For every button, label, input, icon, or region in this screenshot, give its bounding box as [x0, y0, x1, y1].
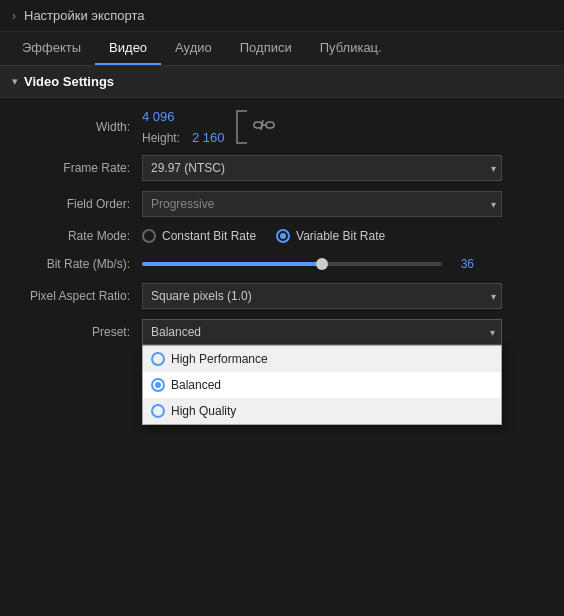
pixel-aspect-row: Pixel Aspect Ratio: Square pixels (1.0) …	[0, 278, 564, 314]
pixel-aspect-dropdown-wrapper[interactable]: Square pixels (1.0) D1/DV NTSC (0.9091) …	[142, 283, 502, 309]
bit-rate-value: 36	[450, 257, 474, 271]
form-area: Width: 4 096 Height: 2 160	[0, 98, 564, 356]
tab-effects[interactable]: Эффекты	[8, 32, 95, 65]
frame-rate-select[interactable]: 29.97 (NTSC) 23.976 (Film) 24 25 (PAL) 3…	[142, 155, 502, 181]
width-row: 4 096	[142, 109, 225, 124]
preset-label: Preset:	[12, 325, 142, 339]
breadcrumb-bar: › Настройки экспорта	[0, 0, 564, 32]
tab-video[interactable]: Видео	[95, 32, 161, 65]
frame-rate-row: Frame Rate: 29.97 (NTSC) 23.976 (Film) 2…	[0, 150, 564, 186]
frame-rate-dropdown-wrapper[interactable]: 29.97 (NTSC) 23.976 (Film) 24 25 (PAL) 3…	[142, 155, 502, 181]
bit-rate-slider-track[interactable]	[142, 262, 442, 266]
width-label: Width:	[12, 120, 142, 134]
tabs-bar: Эффекты Видео Аудио Подписи Публикац.	[0, 32, 564, 66]
high-quality-radio-dot	[151, 404, 165, 418]
rate-mode-label: Rate Mode:	[12, 229, 142, 243]
frame-rate-label: Frame Rate:	[12, 161, 142, 175]
cbr-label: Constant Bit Rate	[162, 229, 256, 243]
link-bracket[interactable]	[233, 109, 275, 145]
pixel-aspect-select[interactable]: Square pixels (1.0) D1/DV NTSC (0.9091) …	[142, 283, 502, 309]
section-title: Video Settings	[24, 74, 114, 89]
balanced-label: Balanced	[171, 378, 221, 392]
height-value[interactable]: 2 160	[192, 130, 225, 145]
field-order-row: Field Order: Progressive Upper Field Fir…	[0, 186, 564, 222]
preset-option-balanced[interactable]: Balanced	[143, 372, 501, 398]
cbr-radio-option[interactable]: Constant Bit Rate	[142, 229, 256, 243]
bit-rate-label: Bit Rate (Mb/s):	[12, 257, 142, 271]
bracket-svg	[233, 109, 249, 145]
bit-rate-slider-row: 36	[142, 257, 552, 271]
preset-row: Preset: Balanced ▾ High Performance Bala…	[0, 314, 564, 350]
field-order-select[interactable]: Progressive Upper Field First Lower Fiel…	[142, 191, 502, 217]
preset-option-high-quality[interactable]: High Quality	[143, 398, 501, 424]
section-toggle-icon[interactable]: ▾	[12, 75, 18, 88]
preset-option-high-performance[interactable]: High Performance	[143, 346, 501, 372]
bit-rate-slider-thumb[interactable]	[316, 258, 328, 270]
tab-audio[interactable]: Аудио	[161, 32, 226, 65]
svg-rect-1	[266, 122, 274, 128]
height-label: Height:	[142, 131, 192, 145]
rate-mode-row: Rate Mode: Constant Bit Rate Variable Bi…	[0, 222, 564, 250]
balanced-radio-dot	[151, 378, 165, 392]
bit-rate-row: Bit Rate (Mb/s): 36	[0, 250, 564, 278]
tab-subtitles[interactable]: Подписи	[226, 32, 306, 65]
vbr-label: Variable Bit Rate	[296, 229, 385, 243]
height-row: Height: 2 160	[142, 130, 225, 145]
rate-mode-radio-group: Constant Bit Rate Variable Bit Rate	[142, 229, 552, 243]
svg-rect-0	[254, 122, 262, 128]
breadcrumb-title: Настройки экспорта	[24, 8, 145, 23]
high-performance-radio-dot	[151, 352, 165, 366]
svg-line-3	[261, 120, 263, 130]
cbr-radio-circle	[142, 229, 156, 243]
preset-dropdown-open: High Performance Balanced High Quality	[142, 345, 502, 425]
preset-display-value: Balanced	[151, 325, 201, 339]
vbr-radio-circle	[276, 229, 290, 243]
high-quality-label: High Quality	[171, 404, 236, 418]
video-settings-section[interactable]: ▾ Video Settings	[0, 66, 564, 98]
vbr-radio-option[interactable]: Variable Bit Rate	[276, 229, 385, 243]
width-height-row: Width: 4 096 Height: 2 160	[0, 104, 564, 150]
field-order-label: Field Order:	[12, 197, 142, 211]
preset-display[interactable]: Balanced ▾	[142, 319, 502, 345]
tab-publish[interactable]: Публикац.	[306, 32, 396, 65]
bit-rate-slider-fill	[142, 262, 322, 266]
preset-chevron-icon: ▾	[490, 327, 495, 338]
field-order-dropdown-wrapper[interactable]: Progressive Upper Field First Lower Fiel…	[142, 191, 502, 217]
high-performance-label: High Performance	[171, 352, 268, 366]
wh-block: 4 096 Height: 2 160	[142, 109, 225, 145]
chain-icon	[253, 117, 275, 133]
width-value[interactable]: 4 096	[142, 109, 175, 124]
preset-dropdown-wrapper[interactable]: Balanced ▾ High Performance Balanced Hig…	[142, 319, 502, 345]
breadcrumb-back-icon[interactable]: ›	[12, 9, 16, 23]
pixel-aspect-label: Pixel Aspect Ratio:	[12, 289, 142, 303]
link-icon[interactable]	[253, 117, 275, 138]
